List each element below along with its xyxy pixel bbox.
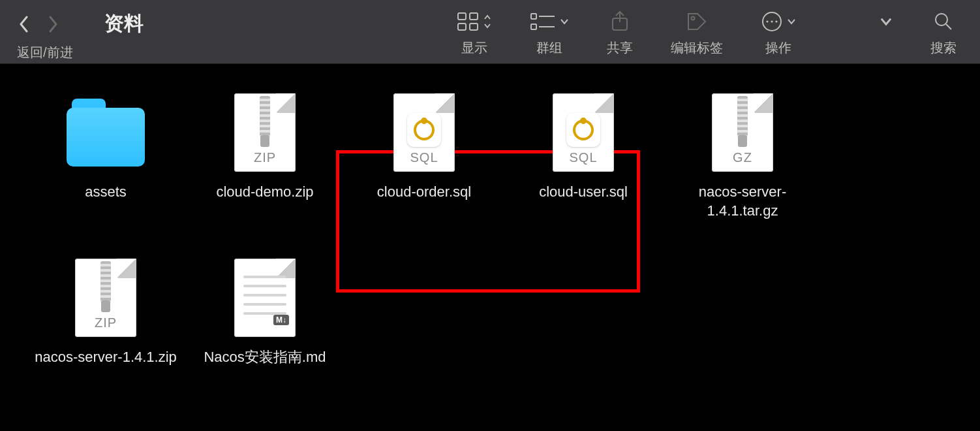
svg-point-15 — [936, 14, 947, 25]
svg-line-16 — [946, 24, 951, 29]
forward-button[interactable] — [46, 12, 60, 36]
svg-point-14 — [775, 20, 777, 22]
grid-view-icon — [457, 9, 492, 34]
file-label: cloud-demo.zip — [216, 183, 313, 202]
svg-rect-3 — [470, 24, 478, 30]
toolbar-tags[interactable]: 编辑标签 — [671, 9, 723, 57]
svg-point-13 — [771, 20, 773, 22]
sql-file-icon: SQL — [544, 90, 622, 175]
file-label: nacos-server-1.4.1.zip — [35, 348, 177, 367]
chevron-down-icon — [787, 17, 796, 26]
search-icon — [933, 9, 954, 34]
toolbar-group[interactable]: 群组 — [530, 9, 569, 57]
file-ext: SQL — [393, 150, 455, 165]
file-item-md[interactable]: M↓ Nacos安装指南.md — [185, 255, 345, 367]
file-label: cloud-order.sql — [377, 183, 471, 202]
nav-caption: 返回/前进 — [17, 44, 144, 61]
file-label: assets — [85, 183, 127, 202]
folder-icon — [67, 90, 145, 175]
action-icon — [761, 9, 796, 34]
svg-point-18 — [421, 118, 427, 124]
zip-file-icon: ZIP — [226, 90, 304, 175]
file-item-sql[interactable]: SQL cloud-user.sql — [504, 90, 663, 220]
window-title: 资料 — [104, 10, 144, 37]
file-ext: ZIP — [75, 315, 136, 330]
toolbar-left: 资料 返回/前进 — [17, 0, 144, 61]
svg-rect-6 — [531, 24, 536, 29]
file-ext: ZIP — [234, 150, 296, 165]
back-button[interactable] — [17, 12, 31, 36]
tag-icon — [686, 9, 708, 34]
file-item-zip[interactable]: ZIP nacos-server-1.4.1.zip — [26, 255, 185, 367]
toolbar-view-label: 显示 — [461, 39, 487, 57]
share-icon — [610, 9, 630, 34]
svg-point-20 — [580, 118, 587, 124]
chevron-down-icon — [560, 17, 569, 26]
toolbar-share-label: 共享 — [607, 39, 633, 57]
file-item-gz[interactable]: GZ nacos-server-1.4.1.tar.gz — [663, 90, 822, 220]
toolbar-overflow[interactable] — [880, 9, 893, 39]
md-file-icon: M↓ — [226, 255, 304, 340]
toolbar-view[interactable]: 显示 — [457, 9, 492, 57]
toolbar-group-label: 群组 — [536, 39, 562, 57]
svg-rect-1 — [470, 13, 478, 20]
file-label: Nacos安装指南.md — [204, 348, 326, 367]
navicat-icon — [407, 113, 441, 147]
nav-row: 资料 — [17, 10, 144, 37]
sql-file-icon: SQL — [385, 90, 463, 175]
toolbar-share[interactable]: 共享 — [607, 9, 633, 57]
up-down-icon — [483, 13, 492, 30]
file-item-sql[interactable]: SQL cloud-order.sql — [345, 90, 504, 220]
file-label: cloud-user.sql — [539, 183, 628, 202]
svg-point-12 — [766, 20, 768, 22]
toolbar-search[interactable]: 搜索 — [930, 9, 957, 57]
toolbar-tags-label: 编辑标签 — [671, 39, 723, 57]
gz-file-icon: GZ — [703, 90, 782, 175]
toolbar-search-label: 搜索 — [930, 39, 957, 57]
toolbar-action[interactable]: 操作 — [761, 9, 796, 57]
svg-rect-2 — [458, 24, 466, 30]
file-ext: GZ — [712, 150, 773, 165]
file-label: nacos-server-1.4.1.tar.gz — [667, 183, 818, 220]
navicat-icon — [566, 113, 600, 147]
group-icon — [530, 9, 569, 34]
file-item-folder[interactable]: assets — [26, 90, 185, 220]
toolbar-right: 显示 群组 共享 — [457, 0, 957, 57]
chevron-down-icon — [880, 9, 893, 34]
file-ext: SQL — [553, 150, 614, 165]
toolbar-action-label: 操作 — [765, 39, 791, 57]
file-grid: assets ZIP cloud-demo.zip SQL cloud-orde… — [0, 64, 980, 393]
file-item-zip[interactable]: ZIP cloud-demo.zip — [185, 90, 345, 220]
svg-point-10 — [692, 17, 695, 20]
svg-rect-4 — [531, 14, 536, 19]
svg-rect-0 — [458, 13, 466, 20]
zip-file-icon: ZIP — [67, 255, 145, 340]
toolbar: 资料 返回/前进 显示 — [0, 0, 980, 64]
